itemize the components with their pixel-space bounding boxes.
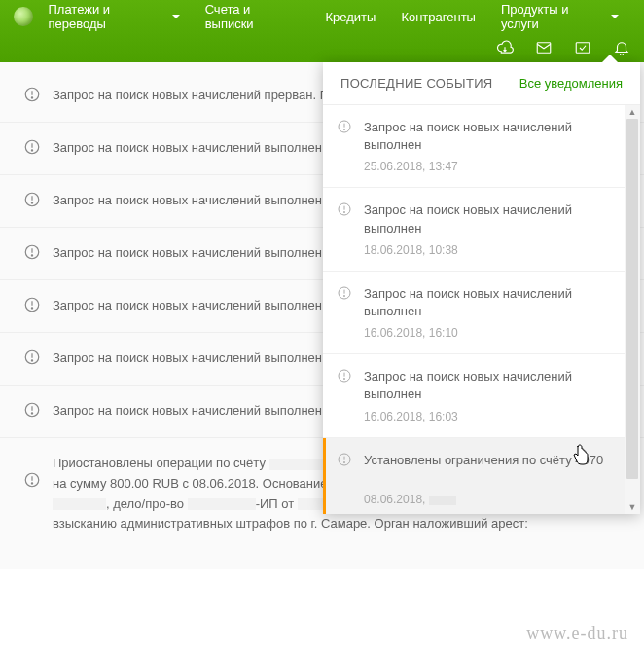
popup-arrow-icon bbox=[602, 55, 618, 62]
notification-title: Запрос на поиск новых начислений выполне… bbox=[364, 202, 623, 237]
scroll-down-icon[interactable]: ▼ bbox=[627, 502, 637, 512]
svg-point-31 bbox=[343, 212, 344, 213]
mail-check-icon[interactable] bbox=[574, 39, 591, 56]
notification-title: Запрос на поиск новых начислений выполне… bbox=[364, 285, 623, 320]
notification-item[interactable]: Запрос на поиск новых начислений выполне… bbox=[323, 354, 640, 437]
caret-down-icon bbox=[172, 15, 180, 18]
svg-point-22 bbox=[31, 413, 32, 414]
scroll-thumb[interactable] bbox=[626, 119, 638, 479]
notification-date: 16.06.2018, 16:03 bbox=[364, 410, 623, 423]
svg-point-16 bbox=[31, 308, 32, 309]
popup-header: ПОСЛЕДНИЕ СОБЫТИЯ Все уведомления bbox=[323, 62, 640, 105]
nav-label: Контрагенты bbox=[401, 10, 476, 24]
svg-rect-0 bbox=[537, 43, 551, 54]
svg-point-13 bbox=[31, 255, 32, 256]
alert-circle-icon bbox=[23, 138, 41, 159]
svg-point-40 bbox=[343, 461, 344, 462]
alert-circle-icon bbox=[337, 119, 352, 173]
alert-circle-icon bbox=[23, 243, 41, 264]
notification-item[interactable]: Запрос на поиск новых начислений выполне… bbox=[323, 272, 640, 354]
alert-circle-icon bbox=[23, 296, 41, 316]
watermark: www.e-du.ru bbox=[526, 623, 628, 643]
svg-point-19 bbox=[31, 360, 32, 361]
scrollbar[interactable]: ▲ ▼ bbox=[625, 105, 640, 514]
alert-circle-icon bbox=[23, 471, 41, 492]
alert-circle-icon bbox=[337, 368, 352, 422]
alert-circle-icon bbox=[337, 202, 352, 256]
svg-point-28 bbox=[343, 129, 344, 129]
mail-icon[interactable] bbox=[535, 39, 553, 56]
svg-rect-1 bbox=[576, 43, 590, 54]
svg-point-34 bbox=[343, 295, 344, 296]
popup-title: ПОСЛЕДНИЕ СОБЫТИЯ bbox=[340, 76, 492, 91]
nav-label: Продукты и услуги bbox=[501, 2, 607, 31]
app-header: Платежи и переводы Счета и выписки Креди… bbox=[0, 0, 644, 62]
main-nav: Платежи и переводы Счета и выписки Креди… bbox=[0, 0, 644, 33]
notification-body: Запрос на поиск новых начислений выполне… bbox=[364, 368, 623, 422]
nav-payments[interactable]: Платежи и переводы bbox=[49, 2, 180, 31]
alert-circle-icon bbox=[23, 401, 41, 422]
nav-label: Кредиты bbox=[325, 10, 376, 24]
notification-title: Запрос на поиск новых начислений выполне… bbox=[364, 368, 623, 403]
notification-date: 25.06.2018, 13:47 bbox=[364, 160, 623, 173]
alert-circle-icon bbox=[337, 452, 352, 506]
notification-body: Установлены ограничения по счёту 407008.… bbox=[364, 452, 623, 506]
cloud-icon[interactable] bbox=[496, 39, 514, 56]
nav-accounts[interactable]: Счета и выписки bbox=[205, 2, 301, 31]
svg-point-7 bbox=[31, 150, 32, 151]
nav-products[interactable]: Продукты и услуги bbox=[501, 2, 619, 31]
notification-body: Запрос на поиск новых начислений выполне… bbox=[364, 119, 623, 173]
notification-date: 16.06.2018, 16:10 bbox=[364, 326, 623, 340]
notification-title: Установлены ограничения по счёту 4070 bbox=[364, 452, 623, 487]
notifications-popup: ПОСЛЕДНИЕ СОБЫТИЯ Все уведомления Запрос… bbox=[323, 62, 640, 514]
caret-down-icon bbox=[611, 15, 619, 18]
nav-label: Платежи и переводы bbox=[49, 2, 168, 31]
nav-credits[interactable]: Кредиты bbox=[325, 10, 376, 24]
scroll-up-icon[interactable]: ▲ bbox=[627, 107, 637, 117]
svg-point-37 bbox=[343, 379, 344, 380]
svg-point-10 bbox=[31, 202, 32, 203]
svg-point-25 bbox=[31, 483, 32, 484]
notification-item[interactable]: Установлены ограничения по счёту 407008.… bbox=[323, 438, 640, 515]
notification-body: Запрос на поиск новых начислений выполне… bbox=[364, 285, 623, 340]
alert-circle-icon bbox=[23, 86, 41, 106]
alert-circle-icon bbox=[337, 285, 352, 340]
notification-item[interactable]: Запрос на поиск новых начислений выполне… bbox=[323, 188, 640, 271]
nav-counterparties[interactable]: Контрагенты bbox=[401, 10, 476, 24]
alert-circle-icon bbox=[23, 191, 41, 211]
notification-title: Запрос на поиск новых начислений выполне… bbox=[364, 119, 623, 154]
nav-label: Счета и выписки bbox=[205, 2, 301, 31]
notification-date: 08.06.2018, bbox=[364, 493, 623, 506]
notification-date: 18.06.2018, 10:38 bbox=[364, 243, 623, 257]
svg-point-4 bbox=[31, 97, 32, 98]
logo-icon[interactable] bbox=[14, 7, 33, 26]
notification-item[interactable]: Запрос на поиск новых начислений выполне… bbox=[323, 105, 640, 188]
notification-body: Запрос на поиск новых начислений выполне… bbox=[364, 202, 623, 256]
all-notifications-link[interactable]: Все уведомления bbox=[519, 76, 623, 91]
popup-body: Запрос на поиск новых начислений выполне… bbox=[323, 105, 640, 514]
alert-circle-icon bbox=[23, 349, 41, 369]
